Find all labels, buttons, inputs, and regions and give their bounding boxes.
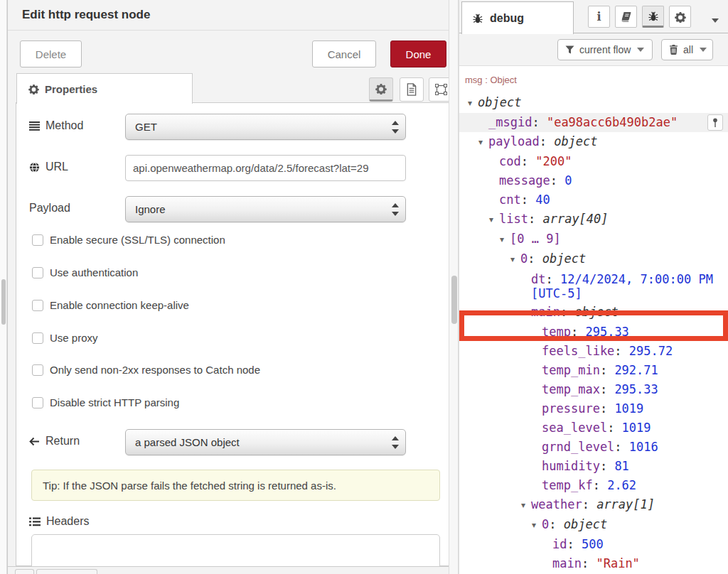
tree-row[interactable]: ▾0: object (459, 515, 728, 535)
tree-row: _msgid: "ea98acc6b490b2ae" (459, 113, 728, 132)
tree-row[interactable]: ▾list: array[40] (459, 210, 728, 229)
tree-row[interactable]: ▾payload: object (459, 132, 728, 152)
json-key: payload (488, 134, 540, 148)
json-value: object (564, 517, 607, 531)
globe-icon (29, 162, 40, 173)
edit-properties-button[interactable] (369, 77, 393, 102)
json-value: object (554, 134, 597, 148)
help-tab-button[interactable] (615, 6, 637, 28)
catch-node-checkbox[interactable] (32, 364, 43, 376)
dialog-title: Edit http request node (22, 8, 150, 22)
trash-icon (669, 45, 678, 55)
json-value: 500 (582, 537, 604, 551)
collapse-arrow-icon[interactable]: ▾ (489, 210, 499, 229)
dialog-header: Edit http request node (8, 0, 449, 31)
done-button[interactable]: Done (390, 40, 446, 67)
debug-tab-button[interactable] (642, 6, 664, 28)
sidebar-menu-button[interactable] (712, 13, 719, 26)
keepalive-checkbox[interactable] (32, 300, 43, 311)
dialog-scrollbar (449, 0, 459, 574)
json-key: grnd_level (542, 440, 614, 454)
json-key: temp_kf (542, 478, 593, 492)
cancel-button[interactable]: Cancel (312, 40, 376, 67)
json-key: 0 (542, 517, 549, 531)
json-key: message (499, 173, 550, 188)
authentication-checkbox[interactable] (32, 267, 43, 278)
json-key: sea_level (542, 421, 607, 435)
json-value: 2.62 (607, 478, 636, 492)
arrow-left-icon (29, 437, 40, 446)
select-arrows-icon (392, 435, 398, 450)
clear-dropdown[interactable]: all (661, 39, 713, 60)
ssl-checkbox[interactable] (32, 234, 43, 246)
bug-icon (648, 11, 659, 22)
edit-description-button[interactable] (400, 77, 424, 102)
checkbox-row-catch: Only send non-2xx responses to Catch nod… (32, 364, 260, 376)
tree-row: feels_like: 295.72 (459, 342, 728, 361)
tree-row: temp: 295.33 (459, 323, 728, 342)
tree-row: main: "Rain" (459, 554, 728, 573)
method-select[interactable]: GET (125, 114, 406, 140)
tree-row: sea_level: 1019 (459, 418, 728, 438)
tree-row[interactable]: ▾[0 … 9] (459, 229, 728, 249)
funnel-icon (565, 45, 574, 54)
collapse-arrow-icon[interactable]: ▾ (521, 496, 531, 515)
json-key: weather (531, 497, 582, 511)
collapse-arrow-icon[interactable]: ▾ (468, 94, 478, 113)
debug-message-meta: msg : Object (465, 75, 517, 85)
proxy-checkbox[interactable] (32, 332, 43, 344)
tree-row[interactable]: ▾0: object (459, 249, 728, 269)
partial-button[interactable] (15, 569, 34, 574)
filter-dropdown[interactable]: current flow (557, 39, 653, 60)
dialog-scrollbar-thumb[interactable] (451, 276, 457, 324)
tree-row[interactable]: ▾weather: array[1] (459, 495, 728, 515)
tab-debug[interactable]: debug (461, 1, 574, 34)
url-input[interactable] (125, 155, 406, 181)
partial-button[interactable] (36, 569, 97, 574)
json-key: humidity (542, 459, 600, 473)
object-group-icon (435, 84, 447, 95)
collapse-arrow-icon[interactable]: ▾ (500, 230, 510, 249)
page-scrollbar-thumb[interactable] (1, 279, 6, 325)
tree-row: temp_kf: 2.62 (459, 476, 728, 495)
list-icon (29, 517, 41, 526)
json-value: "Rain" (596, 556, 639, 570)
pin-message-button[interactable] (707, 114, 723, 131)
collapse-arrow-icon[interactable]: ▾ (478, 133, 488, 152)
document-icon (406, 83, 417, 96)
edit-node-dialog: Edit http request node Delete Cancel Don… (7, 0, 449, 574)
json-key: temp_min (542, 363, 600, 377)
json-value: "200" (535, 154, 572, 168)
book-icon (621, 11, 632, 22)
config-tab-button[interactable] (669, 6, 691, 28)
json-key: cnt (499, 193, 521, 207)
select-arrows-icon (392, 120, 398, 134)
json-value: 1019 (622, 421, 651, 435)
chevron-down-icon (712, 18, 719, 23)
json-value: 295.33 (585, 325, 628, 339)
gear-icon (375, 83, 387, 94)
json-key: feels_like (542, 344, 614, 358)
collapse-arrow-icon[interactable]: ▾ (521, 303, 531, 323)
payload-select[interactable]: Ignore (125, 196, 406, 222)
return-select[interactable]: a parsed JSON object (125, 429, 406, 455)
json-key: pressure (542, 401, 600, 416)
tree-row[interactable]: ▾main: object (459, 303, 728, 323)
info-tab-button[interactable]: i (588, 6, 610, 28)
delete-button[interactable]: Delete (20, 40, 82, 67)
tree-row[interactable]: ▾object (459, 93, 728, 113)
json-value: 40 (535, 193, 550, 207)
strict-parsing-checkbox[interactable] (32, 397, 43, 408)
json-value: object (478, 95, 521, 109)
headers-label: Headers (29, 515, 89, 528)
collapse-arrow-icon[interactable]: ▾ (532, 516, 542, 535)
payload-label: Payload (29, 202, 70, 215)
tree-row: cnt: 40 (459, 190, 728, 210)
collapse-arrow-icon[interactable]: ▾ (510, 250, 520, 269)
chevron-down-icon (637, 48, 644, 52)
tab-properties[interactable]: Properties (16, 73, 193, 104)
json-value: 1016 (629, 440, 658, 454)
json-key: 0 (520, 251, 528, 266)
tree-row: temp_max: 295.33 (459, 380, 728, 399)
json-value: 295.72 (629, 344, 673, 358)
